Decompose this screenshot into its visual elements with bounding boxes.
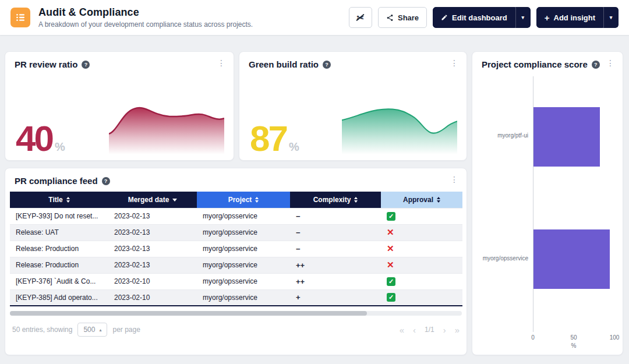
cell-merged-date: 2023-02-13	[108, 224, 197, 241]
cell-title: Release: Production	[10, 257, 108, 273]
scissors-slash-button[interactable]: ✂	[349, 7, 372, 28]
x-tick: 50	[570, 334, 577, 341]
approval-status-icon	[387, 277, 395, 286]
x-axis-label-row: %	[472, 342, 623, 355]
cell-approval	[381, 224, 462, 241]
cell-project: myorg/opsservice	[197, 224, 290, 241]
header-titles: Audit & Compliance A breakdown of your d…	[38, 6, 253, 29]
last-page-button[interactable]: »	[455, 325, 460, 335]
column-label: Project	[228, 196, 252, 204]
cell-complexity: −	[290, 224, 381, 241]
plus-icon: +	[545, 13, 550, 22]
metric-value: 87 %	[250, 123, 299, 154]
pr-review-ratio-card: PR review ratio ? ⋮ 40 %	[5, 51, 234, 161]
table-row: [KEYP-385] Add operato... 2023-02-10 myo…	[10, 289, 462, 306]
x-tick: 0	[531, 334, 535, 341]
kebab-menu-icon[interactable]: ⋮	[448, 58, 461, 68]
cell-title: [KEYP-385] Add operato...	[10, 289, 108, 306]
column-header-complexity[interactable]: Complexity	[290, 192, 381, 208]
horizontal-scrollbar-thumb[interactable]	[10, 311, 367, 316]
dashboard-grid: PR review ratio ? ⋮ 40 %	[0, 35, 629, 355]
cell-merged-date: 2023-02-13	[108, 208, 197, 224]
help-icon[interactable]: ?	[592, 61, 600, 69]
help-icon[interactable]: ?	[102, 177, 110, 185]
add-insight-menu-button[interactable]: ▾	[603, 7, 619, 28]
chevron-down-icon: ▾	[610, 15, 613, 20]
approval-status-icon	[387, 260, 394, 270]
metric-unit: %	[55, 140, 65, 154]
y-axis-labels: myorg/ptf-ui myorg/opsservice	[476, 76, 533, 332]
pagination-controls: « ‹ 1/1 › »	[400, 325, 460, 335]
metric-number: 40	[16, 123, 52, 154]
metric-number: 87	[250, 123, 287, 154]
cell-approval	[381, 273, 462, 289]
approval-status-icon	[387, 212, 395, 221]
sort-icon	[354, 197, 358, 203]
kebab-menu-icon[interactable]: ⋮	[215, 58, 228, 68]
edit-dashboard-button[interactable]: Edit dashboard	[433, 7, 515, 28]
kebab-menu-icon[interactable]: ⋮	[448, 174, 461, 185]
cell-title: [KEYP-393] Do not reset...	[10, 208, 108, 224]
x-axis-ticks: 0 50 100	[533, 334, 614, 342]
x-axis: 0 50 100	[472, 332, 623, 342]
page-title: Audit & Compliance	[38, 6, 253, 19]
kebab-menu-icon[interactable]: ⋮	[604, 58, 617, 68]
cell-project: myorg/opsservice	[197, 289, 290, 306]
help-icon[interactable]: ?	[323, 61, 331, 69]
header-left: Audit & Compliance A breakdown of your d…	[10, 6, 253, 29]
cell-title: [KEYP-376] `Audit & Co...	[10, 273, 108, 289]
page-size-value: 500	[83, 326, 95, 334]
pagination-left: 50 entries, showing 500 ▴ per page	[12, 323, 140, 337]
cell-title: Release: Production	[10, 241, 108, 257]
cell-title: Release: UAT	[10, 224, 108, 241]
next-page-button[interactable]: ›	[443, 325, 446, 335]
green-build-area-chart	[342, 97, 457, 154]
metric-body: 87 %	[239, 69, 467, 160]
column-label: Complexity	[313, 196, 351, 204]
scissors-slash-icon: ✂	[355, 12, 366, 23]
sort-icon	[255, 197, 259, 203]
column-label: Approval	[403, 196, 433, 204]
cell-complexity: ++	[290, 273, 381, 289]
approval-status-icon	[387, 227, 394, 238]
share-button[interactable]: Share	[378, 7, 427, 28]
pencil-icon	[441, 14, 448, 21]
table-footer: 50 entries, showing 500 ▴ per page « ‹ 1…	[5, 316, 467, 342]
page-subtitle: A breakdown of your development complian…	[38, 20, 253, 29]
card-title: Project compliance score	[482, 59, 588, 69]
table-header-row: Title Merged date Project Complexity App	[10, 192, 462, 208]
green-build-ratio-card: Green build ratio ? ⋮ 87 %	[239, 51, 467, 161]
axis-spacer	[476, 334, 533, 342]
cell-approval	[381, 208, 462, 224]
edit-dashboard-group: Edit dashboard ▾	[433, 7, 531, 28]
first-page-button[interactable]: «	[400, 325, 404, 335]
add-insight-button[interactable]: + Add insight	[536, 7, 603, 28]
edit-dashboard-menu-button[interactable]: ▾	[515, 7, 531, 28]
approval-status-icon	[387, 243, 394, 254]
column-header-project[interactable]: Project	[197, 192, 290, 208]
cell-merged-date: 2023-02-13	[108, 257, 197, 273]
share-icon	[386, 14, 394, 22]
column-header-approval[interactable]: Approval	[381, 192, 462, 208]
column-header-title[interactable]: Title	[10, 192, 108, 208]
header-actions: ✂ Share Edit dashboard ▾ + Add insig	[349, 7, 619, 28]
x-axis-label: %	[533, 342, 614, 349]
pr-review-area-chart	[109, 97, 224, 154]
header: Audit & Compliance A breakdown of your d…	[0, 0, 629, 35]
prev-page-button[interactable]: ‹	[413, 325, 416, 335]
horizontal-scrollbar-track	[10, 311, 462, 316]
metric-value: 40 %	[16, 123, 65, 154]
help-icon[interactable]: ?	[82, 61, 90, 69]
page-size-select[interactable]: 500 ▴	[77, 323, 107, 337]
pr-feed-table: Title Merged date Project Complexity App	[10, 192, 462, 306]
cell-complexity: −	[290, 208, 381, 224]
cell-complexity: −	[290, 241, 381, 257]
cell-project: myorg/opsservice	[197, 208, 290, 224]
column-header-merged-date[interactable]: Merged date	[108, 192, 197, 208]
cell-complexity: +	[290, 289, 381, 306]
table-row: Release: UAT 2023-02-13 myorg/opsservice…	[10, 224, 462, 241]
card-title: Green build ratio	[249, 59, 319, 69]
card-header: PR compliance feed ? ⋮	[5, 168, 467, 186]
chevron-down-icon: ▾	[521, 15, 524, 20]
card-title: PR review ratio	[15, 59, 77, 69]
